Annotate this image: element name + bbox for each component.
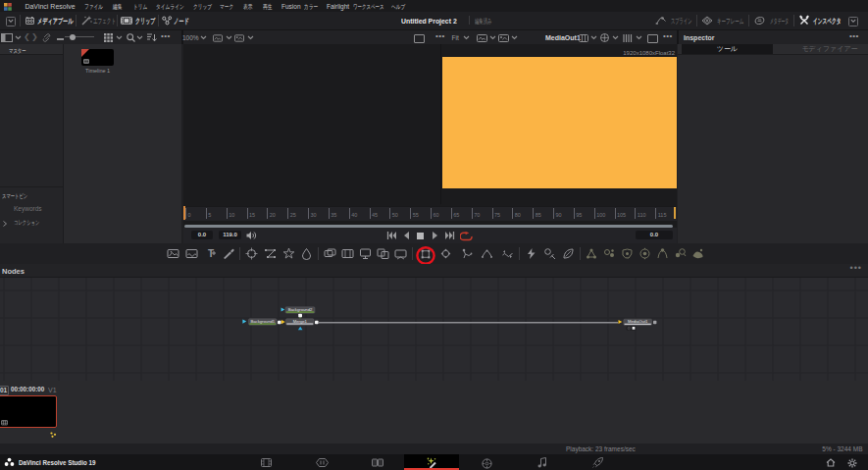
svg-text:MediaOut1: MediaOut1 xyxy=(628,319,648,324)
svg-text:Background2: Background2 xyxy=(288,307,313,312)
svg-text:Background1: Background1 xyxy=(250,319,275,324)
svg-text:Merge1: Merge1 xyxy=(293,319,308,324)
